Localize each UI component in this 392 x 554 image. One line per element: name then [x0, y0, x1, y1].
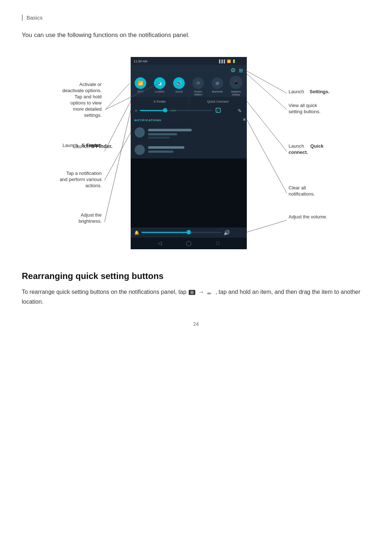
svg-rect-53 — [131, 159, 247, 227]
svg-text:more detailed: more detailed — [73, 106, 102, 112]
svg-text:Sound: Sound — [175, 90, 183, 93]
svg-text:notifications.: notifications. — [289, 191, 315, 197]
svg-text:Activate or: Activate or — [79, 82, 102, 87]
svg-text:Adaptive: Adaptive — [231, 90, 241, 93]
svg-text:Auto: Auto — [171, 109, 176, 112]
svg-text:✎: ✎ — [238, 108, 242, 114]
svg-text:settings.: settings. — [84, 112, 102, 118]
svg-text:11:30 AM: 11:30 AM — [134, 59, 147, 63]
svg-text:⚙: ⚙ — [230, 67, 236, 73]
svg-text:and perform various: and perform various — [60, 177, 102, 182]
svg-text:Quick Connect: Quick Connect — [207, 100, 229, 103]
diagram-area: 11:30 AM ▌▌▌ 📶 🔋 ⚙ ⊞ 📶 Wi-Fi ◉ Location … — [22, 53, 370, 264]
svg-text:View all quick: View all quick — [289, 103, 317, 108]
svg-rect-35 — [140, 110, 165, 111]
rearranging-title: Rearranging quick setting buttons — [22, 271, 370, 281]
svg-rect-52 — [148, 151, 173, 153]
svg-text:📱: 📱 — [233, 79, 239, 85]
svg-text:S Finder: S Finder — [154, 100, 166, 103]
svg-text:setting buttons.: setting buttons. — [289, 109, 320, 114]
svg-text:Adjust the volume.: Adjust the volume. — [289, 214, 327, 219]
rearranging-section: Rearranging quick setting buttons To rea… — [22, 271, 370, 307]
svg-text:☆: ☆ — [134, 108, 138, 113]
rearranging-text: To rearrange quick setting buttons on th… — [22, 287, 370, 307]
svg-text:Launch: Launch — [289, 89, 304, 94]
svg-text:options to view: options to view — [70, 100, 102, 106]
rearranging-arrow: → — [199, 289, 204, 295]
svg-point-58 — [187, 230, 191, 234]
svg-rect-7 — [131, 75, 247, 97]
svg-text:🔊: 🔊 — [176, 80, 182, 86]
svg-text:brightness.: brightness. — [78, 218, 102, 224]
svg-text:⊞: ⊞ — [239, 67, 243, 73]
ann-sfinder: Launch S Finder. — [33, 143, 113, 149]
svg-rect-48 — [148, 137, 170, 139]
svg-rect-51 — [148, 146, 184, 149]
svg-rect-4 — [131, 65, 247, 75]
svg-rect-47 — [148, 133, 177, 135]
svg-text:connect.: connect. — [289, 149, 308, 155]
svg-rect-46 — [148, 129, 192, 131]
svg-point-45 — [135, 127, 145, 138]
svg-text:🔊: 🔊 — [224, 230, 230, 236]
svg-line-65 — [105, 83, 130, 110]
svg-text:◯: ◯ — [186, 240, 192, 246]
svg-text:⟳: ⟳ — [196, 81, 200, 86]
svg-text:Clear all: Clear all — [289, 185, 306, 190]
svg-point-36 — [163, 108, 167, 112]
svg-text:✻: ✻ — [215, 81, 220, 86]
svg-line-69 — [245, 70, 287, 93]
svg-line-71 — [247, 101, 287, 151]
svg-text:✕: ✕ — [242, 117, 246, 122]
svg-text:Tap and hold: Tap and hold — [75, 94, 102, 99]
diagram-svg: 11:30 AM ▌▌▌ 📶 🔋 ⚙ ⊞ 📶 Wi-Fi ◉ Location … — [22, 53, 370, 264]
svg-text:✓: ✓ — [216, 109, 219, 112]
svg-rect-57 — [142, 232, 189, 233]
svg-line-72 — [247, 120, 287, 193]
svg-text:Quick: Quick — [310, 143, 324, 149]
svg-text:◁: ◁ — [158, 240, 162, 246]
svg-point-50 — [135, 145, 145, 155]
svg-text:rotation: rotation — [194, 93, 202, 96]
svg-text:actions.: actions. — [85, 183, 102, 188]
svg-text:deactivate options.: deactivate options. — [62, 88, 102, 93]
svg-text:Adjust the: Adjust the — [81, 212, 102, 218]
intro-text: You can use the following functions on t… — [22, 32, 370, 39]
sfinder-bold: S Finder. — [91, 143, 113, 149]
svg-line-70 — [245, 72, 287, 110]
svg-line-67 — [105, 132, 131, 180]
rearranging-text-before: To rearrange quick setting buttons on th… — [22, 289, 187, 295]
svg-text:display: display — [232, 93, 240, 96]
svg-text:Launch: Launch — [289, 143, 304, 149]
svg-text:▌▌▌ 📶 🔋: ▌▌▌ 📶 🔋 — [219, 59, 236, 63]
svg-text:□: □ — [216, 240, 220, 246]
svg-text:Tap a notification: Tap a notification — [66, 171, 102, 176]
page-container: Basics You can use the following functio… — [0, 0, 392, 341]
svg-text:Screen: Screen — [194, 90, 202, 93]
svg-text:📶: 📶 — [138, 80, 144, 86]
edit-icon: ✏ — [207, 290, 213, 295]
svg-text:Location: Location — [155, 90, 165, 93]
svg-line-73 — [247, 220, 287, 232]
svg-text:Settings.: Settings. — [310, 89, 330, 94]
page-number: 24 — [22, 321, 370, 327]
svg-text:🔔: 🔔 — [134, 230, 139, 235]
grid-icon: ⊞ — [189, 290, 195, 295]
svg-text:Bluetooth: Bluetooth — [212, 90, 223, 93]
svg-line-68 — [105, 110, 131, 222]
svg-text:NOTIFICATIONS: NOTIFICATIONS — [134, 119, 162, 122]
svg-rect-44 — [131, 124, 247, 141]
section-label: Basics — [26, 15, 42, 21]
svg-rect-49 — [131, 141, 247, 159]
section-header: Basics — [22, 15, 370, 21]
